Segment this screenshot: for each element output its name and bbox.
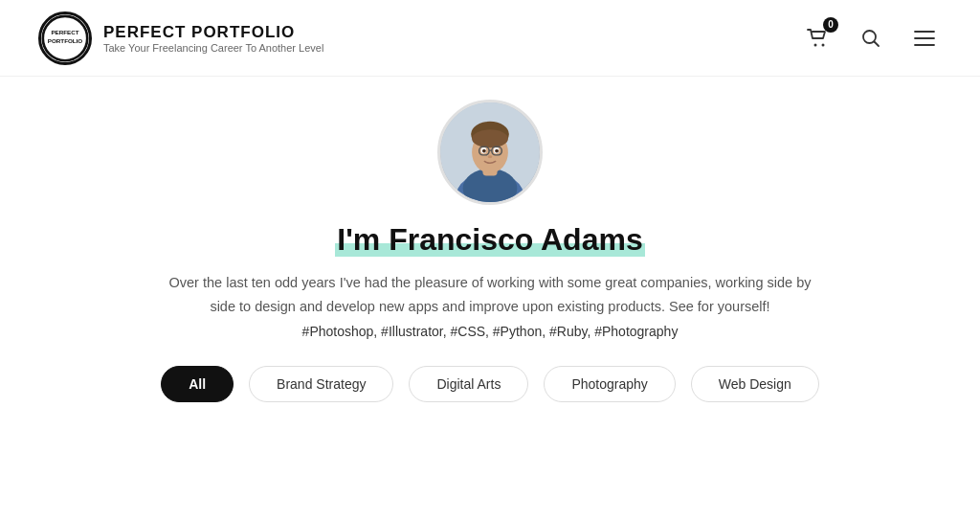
filter-btn-web-design[interactable]: Web Design [691,366,819,402]
menu-button[interactable] [907,21,942,56]
svg-text:PORTFOLIO: PORTFOLIO [48,37,83,44]
svg-point-15 [482,149,486,153]
header-icons: 0 [800,21,942,56]
avatar-image [440,100,540,205]
avatar [437,100,543,205]
svg-point-12 [472,129,508,147]
menu-icon [914,31,935,46]
svg-point-3 [814,43,817,46]
filter-btn-digital-arts[interactable]: Digital Arts [409,366,528,402]
main-content: I'm Francisco Adams Over the last ten od… [0,77,980,421]
svg-point-20 [488,155,493,158]
logo-text: PERFECT PORTFOLIO Take Your Freelancing … [103,23,323,54]
person-svg [440,100,540,205]
hero-name: I'm Francisco Adams [335,222,644,257]
cart-icon [807,29,828,48]
cart-badge: 0 [823,17,838,33]
svg-point-16 [495,149,499,153]
cart-button[interactable]: 0 [800,21,835,56]
svg-point-4 [822,43,825,46]
logo-area: PERFECT PORTFOLIO PERFECT PORTFOLIO Take… [38,11,323,65]
filter-btn-all[interactable]: All [161,366,234,402]
logo-title: PERFECT PORTFOLIO [103,23,323,42]
logo-subtitle: Take Your Freelancing Career To Another … [103,42,323,54]
search-button[interactable] [854,21,888,56]
search-icon [861,29,880,48]
hero-heading: I'm Francisco Adams [335,222,644,258]
svg-text:PERFECT: PERFECT [51,28,78,34]
header: PERFECT PORTFOLIO PERFECT PORTFOLIO Take… [0,0,980,77]
filter-btn-photography[interactable]: Photography [544,366,675,402]
filter-buttons: AllBrand StrategyDigital ArtsPhotography… [161,366,819,402]
hero-tags: #Photoshop, #Illustrator, #CSS, #Python,… [302,324,679,339]
hero-description: Over the last ten odd years I've had the… [165,271,815,318]
filter-btn-brand-strategy[interactable]: Brand Strategy [249,366,393,402]
logo-icon: PERFECT PORTFOLIO [38,11,92,65]
